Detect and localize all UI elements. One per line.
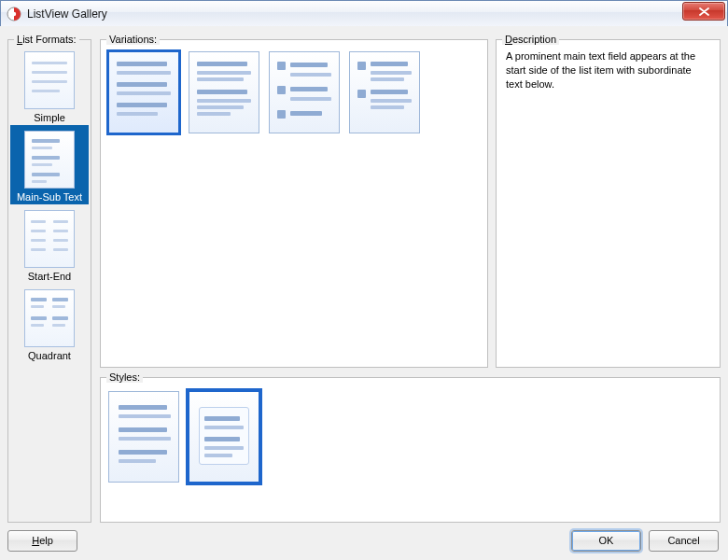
titlebar: ListView Gallery [1, 1, 727, 27]
variations-label: Variations: [106, 34, 160, 45]
format-item-simple[interactable]: Simple [10, 46, 89, 125]
format-thumb [24, 210, 75, 268]
style-item[interactable] [108, 391, 179, 483]
format-thumb [24, 131, 75, 189]
format-item-start-end[interactable]: Start-End [10, 204, 89, 284]
close-button[interactable] [682, 2, 725, 21]
style-item[interactable] [189, 391, 259, 483]
variation-item[interactable] [349, 51, 420, 133]
description-panel: Description A prominent main text field … [496, 39, 721, 368]
ok-button[interactable]: OK [571, 530, 641, 552]
list-formats-panel: List Formats: Simple [7, 39, 91, 523]
button-row: Help OK Cancel [7, 528, 719, 553]
format-label: Start-End [28, 271, 71, 282]
format-label: Simple [34, 112, 65, 123]
variation-item[interactable] [269, 51, 340, 133]
help-button[interactable]: Help [7, 530, 77, 552]
svg-point-1 [12, 11, 16, 15]
dialog-content: List Formats: Simple [0, 26, 728, 560]
format-item-main-sub-text[interactable]: Main-Sub Text [10, 125, 89, 204]
close-icon [699, 7, 709, 16]
app-icon [7, 7, 21, 21]
format-label: Quadrant [28, 350, 71, 361]
format-thumb [24, 289, 75, 347]
styles-panel: Styles: [100, 377, 721, 523]
styles-label: Styles: [106, 371, 143, 383]
variations-panel: Variations: [100, 39, 488, 368]
variation-item[interactable] [108, 51, 179, 133]
description-text: A prominent main text field appears at t… [506, 49, 710, 357]
window-title: ListView Gallery [27, 7, 107, 21]
variation-item[interactable] [189, 51, 259, 133]
format-item-quadrant[interactable]: Quadrant [10, 284, 89, 363]
format-label: Main-Sub Text [17, 191, 82, 203]
description-label: Description [502, 34, 559, 45]
list-formats-label: List Formats: [14, 34, 79, 45]
cancel-button[interactable]: Cancel [649, 530, 719, 552]
format-thumb [24, 51, 75, 109]
